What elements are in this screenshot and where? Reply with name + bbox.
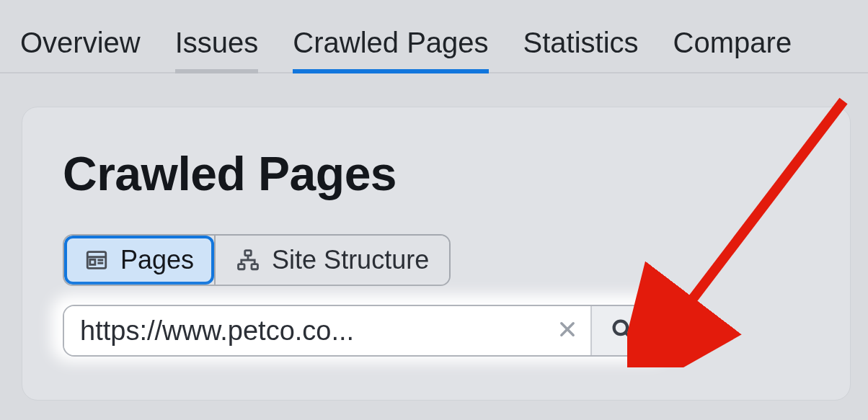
crawled-pages-card: Crawled Pages Pages — [22, 107, 851, 401]
svg-rect-6 — [239, 264, 245, 269]
chevron-down-icon — [688, 316, 708, 347]
url-search — [63, 305, 654, 357]
svg-rect-5 — [245, 251, 252, 256]
main-tabs: Overview Issues Crawled Pages Statistics… — [0, 0, 868, 73]
toggle-pages[interactable]: Pages — [64, 236, 214, 285]
toggle-pages-label: Pages — [120, 245, 194, 275]
svg-rect-2 — [90, 259, 95, 264]
tab-statistics[interactable]: Statistics — [523, 27, 639, 72]
search-button[interactable] — [590, 306, 652, 355]
svg-rect-7 — [252, 264, 258, 269]
tab-crawled-pages[interactable]: Crawled Pages — [293, 27, 488, 72]
filters-dropdown[interactable]: s — [667, 316, 708, 347]
search-icon — [610, 317, 634, 344]
filters-label-fragment: s — [667, 316, 681, 347]
toggle-site-structure-label: Site Structure — [272, 245, 429, 275]
tab-issues[interactable]: Issues — [175, 27, 259, 72]
page-icon — [84, 248, 109, 272]
tab-compare[interactable]: Compare — [673, 27, 792, 72]
toggle-site-structure[interactable]: Site Structure — [216, 236, 449, 285]
view-toggle: Pages Site Structure — [63, 234, 451, 286]
sitemap-icon — [236, 248, 260, 272]
clear-search-button[interactable] — [544, 306, 590, 355]
url-search-input[interactable] — [64, 306, 544, 355]
close-icon — [557, 319, 577, 342]
svg-line-11 — [626, 333, 632, 339]
tab-overview[interactable]: Overview — [20, 27, 141, 72]
search-row: s — [63, 305, 784, 357]
page-title: Crawled Pages — [63, 146, 821, 201]
